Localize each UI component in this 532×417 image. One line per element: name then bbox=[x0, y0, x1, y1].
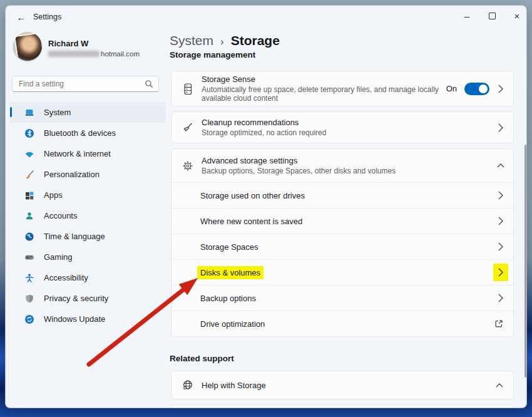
sidebar-nav: System Bluetooth & devices Network & int… bbox=[9, 102, 166, 329]
storage-used-other-drives-row[interactable]: Storage used on other drives bbox=[171, 182, 513, 208]
minimize-icon: – bbox=[464, 11, 469, 21]
page-title: Storage bbox=[231, 33, 280, 48]
sidebar-item-privacy-security[interactable]: Privacy & security bbox=[9, 288, 166, 309]
search-icon bbox=[145, 80, 153, 88]
sidebar-item-time-language[interactable]: Time & language bbox=[9, 226, 166, 247]
external-link-icon bbox=[494, 319, 503, 328]
minimize-button[interactable]: – bbox=[458, 8, 476, 23]
chevron-right-icon bbox=[498, 294, 503, 302]
section-header: Storage management bbox=[170, 52, 357, 59]
chevron-up-icon bbox=[496, 383, 503, 388]
breadcrumb: System › Storage bbox=[170, 33, 280, 48]
sidebar-item-gaming[interactable]: Gaming bbox=[9, 247, 166, 267]
breadcrumb-parent[interactable]: System bbox=[170, 33, 213, 48]
bluetooth-icon bbox=[24, 128, 34, 138]
sidebar-item-bluetooth-devices[interactable]: Bluetooth & devices bbox=[9, 123, 166, 143]
section-header-wrap: Storage management bbox=[170, 52, 357, 61]
sidebar-item-apps[interactable]: Apps bbox=[9, 185, 166, 205]
system-icon bbox=[24, 108, 34, 118]
shield-icon bbox=[24, 294, 34, 304]
help-with-storage-label: Help with Storage bbox=[202, 381, 486, 390]
advanced-storage-settings-row[interactable]: Advanced storage settings Backup options… bbox=[171, 149, 513, 182]
drive-optimization-row[interactable]: Drive optimization bbox=[171, 311, 513, 336]
sidebar-item-network-internet[interactable]: Network & internet bbox=[9, 143, 166, 164]
sidebar-item-accounts[interactable]: Accounts bbox=[9, 205, 166, 226]
storage-sense-title: Storage Sense bbox=[202, 75, 446, 84]
update-icon bbox=[24, 314, 34, 324]
highlight bbox=[493, 264, 508, 281]
maximize-icon bbox=[489, 13, 496, 19]
maximize-button[interactable] bbox=[483, 8, 501, 23]
storage-spaces-row[interactable]: Storage Spaces bbox=[171, 234, 513, 259]
breadcrumb-separator-icon: › bbox=[220, 36, 224, 48]
accessibility-icon bbox=[24, 273, 34, 283]
gamepad-icon bbox=[24, 252, 34, 262]
chevron-right-icon bbox=[498, 242, 503, 251]
storage-sense-toggle[interactable] bbox=[464, 83, 489, 95]
avatar[interactable] bbox=[13, 32, 42, 61]
storage-sense-description: Automatically free up space, delete temp… bbox=[202, 85, 446, 103]
avatar-photo bbox=[14, 32, 42, 61]
network-icon bbox=[24, 149, 34, 159]
email-suffix: hotmail.com bbox=[101, 50, 140, 58]
chevron-right-icon bbox=[498, 217, 503, 225]
sidebar-item-accessibility[interactable]: Accessibility bbox=[9, 267, 166, 288]
disks-volumes-row[interactable]: Disks & volumes bbox=[171, 259, 513, 285]
main-content: Storage management Storage Sense Automat… bbox=[170, 52, 520, 408]
user-email: hotmail.com bbox=[48, 50, 140, 58]
search-input[interactable]: Find a setting bbox=[12, 76, 159, 92]
gear-icon bbox=[182, 160, 194, 172]
globe-icon bbox=[182, 379, 194, 391]
chevron-right-icon bbox=[498, 191, 503, 200]
backup-options-row[interactable]: Backup options bbox=[171, 285, 513, 311]
scrollbar[interactable] bbox=[524, 145, 526, 378]
sidebar-item-windows-update[interactable]: Windows Update bbox=[9, 309, 166, 329]
settings-window: ← Settings – × Richard W hotmail.com Fin… bbox=[5, 5, 527, 408]
storage-sense-icon bbox=[182, 83, 194, 95]
chevron-right-icon bbox=[498, 268, 503, 277]
apps-icon bbox=[24, 190, 34, 200]
chevron-right-icon bbox=[498, 123, 503, 132]
advanced-description: Backup options, Storage Spaces, other di… bbox=[202, 167, 480, 175]
toggle-state-label: On bbox=[446, 84, 457, 93]
back-icon: ← bbox=[17, 12, 26, 23]
close-button[interactable]: × bbox=[508, 8, 526, 23]
cleanup-description: Storage optimized, no action required bbox=[202, 128, 480, 137]
close-icon: × bbox=[514, 11, 520, 21]
user-name: Richard W bbox=[48, 39, 88, 48]
search-placeholder: Find a setting bbox=[19, 80, 145, 88]
partial-card bbox=[171, 404, 514, 408]
back-button[interactable]: ← bbox=[14, 11, 28, 23]
personalization-icon bbox=[24, 170, 34, 180]
broom-icon bbox=[182, 121, 194, 134]
selected-indicator bbox=[10, 107, 12, 117]
where-new-content-saved-row[interactable]: Where new content is saved bbox=[171, 208, 513, 234]
cleanup-recommendations-row[interactable]: Cleanup recommendations Storage optimize… bbox=[171, 111, 514, 143]
sidebar-item-system[interactable]: System bbox=[9, 102, 166, 123]
cleanup-title: Cleanup recommendations bbox=[202, 118, 488, 127]
toggle-knob bbox=[479, 85, 488, 93]
redacted-email bbox=[48, 51, 100, 57]
accounts-icon bbox=[24, 211, 34, 221]
clock-icon bbox=[24, 232, 34, 242]
related-support-header: Related support bbox=[170, 354, 234, 363]
advanced-storage-group: Advanced storage settings Backup options… bbox=[171, 148, 514, 337]
sidebar-item-personalization[interactable]: Personalization bbox=[9, 164, 166, 185]
chevron-up-icon bbox=[497, 163, 504, 168]
chevron-right-icon bbox=[498, 85, 503, 93]
highlight: Disks & volumes bbox=[197, 266, 263, 279]
help-with-storage-row[interactable]: Help with Storage bbox=[171, 371, 514, 399]
app-title: Settings bbox=[33, 13, 61, 21]
advanced-title: Advanced storage settings bbox=[202, 156, 488, 165]
storage-sense-row[interactable]: Storage Sense Automatically free up spac… bbox=[171, 71, 514, 106]
